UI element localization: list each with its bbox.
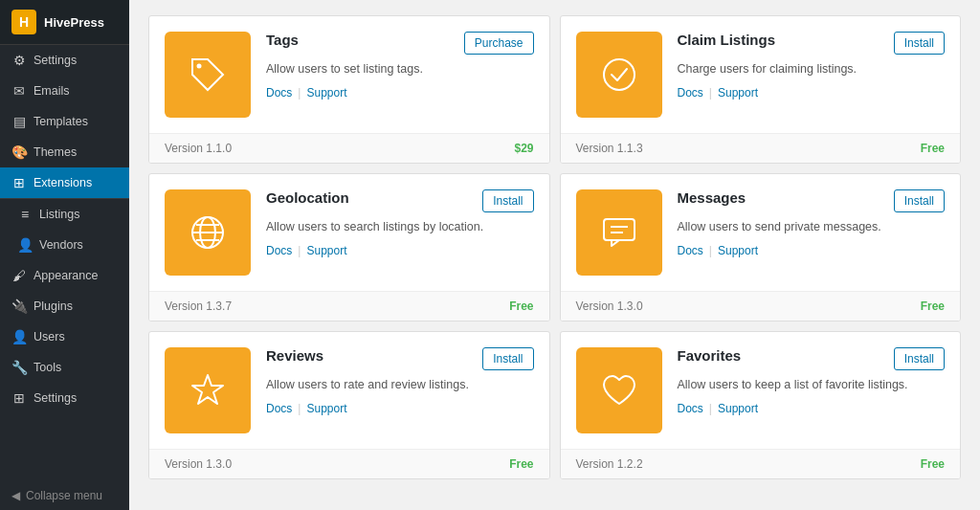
ext-docs-link-favorites[interactable]: Docs: [678, 402, 703, 415]
ext-support-link-favorites[interactable]: Support: [718, 402, 758, 415]
listings-icon: ≡: [17, 207, 33, 222]
ext-card-geolocation: Geolocation Install Allow users to searc…: [148, 173, 550, 322]
ext-version-messages: Version 1.3.0: [576, 299, 643, 313]
ext-support-link-reviews[interactable]: Support: [306, 402, 346, 415]
ext-icon-favorites: [576, 347, 662, 433]
ext-header-messages: Messages Install: [678, 189, 946, 212]
ext-desc-messages: Allow users to send private messages.: [678, 218, 946, 236]
ext-docs-link-reviews[interactable]: Docs: [266, 402, 292, 415]
ext-support-link-tags[interactable]: Support: [306, 86, 346, 100]
ext-desc-geolocation: Allow users to search listings by locati…: [266, 218, 534, 236]
ext-card-top-geolocation: Geolocation Install Allow users to searc…: [149, 174, 549, 291]
sidebar-label-templates: Templates: [33, 115, 88, 128]
ext-card-footer-claim-listings: Version 1.1.3 Free: [561, 133, 961, 163]
ext-info-claim-listings: Claim Listings Install Charge users for …: [678, 32, 946, 118]
sidebar-label-tools: Tools: [33, 361, 61, 374]
emails-icon: ✉: [11, 83, 27, 99]
ext-links-favorites: Docs | Support: [678, 402, 946, 415]
ext-card-footer-geolocation: Version 1.3.7 Free: [149, 291, 549, 321]
sidebar-item-themes[interactable]: 🎨Themes: [0, 137, 129, 167]
ext-links-reviews: Docs | Support: [266, 402, 534, 415]
sidebar-label-listings: Listings: [39, 208, 79, 221]
ext-card-top-favorites: Favorites Install Allow users to keep a …: [561, 332, 961, 449]
ext-price-geolocation: Free: [509, 299, 533, 313]
ext-price-tags: $29: [514, 142, 533, 155]
sidebar-item-settings[interactable]: ⚙Settings: [0, 45, 129, 76]
sidebar-item-users[interactable]: 👤Users: [0, 322, 129, 352]
ext-version-claim-listings: Version 1.1.3: [576, 142, 643, 155]
ext-title-messages: Messages: [678, 189, 746, 206]
ext-version-reviews: Version 1.3.0: [165, 457, 232, 471]
sidebar-item-settings2[interactable]: ⊞Settings: [0, 383, 129, 413]
ext-icon-geolocation: [165, 189, 251, 276]
ext-title-geolocation: Geolocation: [266, 189, 349, 206]
ext-support-link-claim-listings[interactable]: Support: [718, 86, 758, 100]
ext-sep-messages: |: [709, 244, 712, 257]
ext-price-messages: Free: [921, 299, 945, 313]
sidebar-label-vendors: Vendors: [39, 238, 83, 252]
ext-install-button-geolocation[interactable]: Install: [482, 189, 533, 212]
ext-header-claim-listings: Claim Listings Install: [678, 32, 946, 55]
ext-card-reviews: Reviews Install Allow users to rate and …: [148, 331, 550, 479]
svg-marker-10: [192, 375, 223, 404]
sidebar-item-extensions[interactable]: ⊞Extensions: [0, 167, 129, 198]
ext-card-top-reviews: Reviews Install Allow users to rate and …: [149, 332, 549, 449]
ext-sep-claim-listings: |: [709, 86, 712, 100]
sidebar-item-plugins[interactable]: 🔌Plugins: [0, 291, 129, 322]
ext-card-top-messages: Messages Install Allow users to send pri…: [561, 174, 961, 291]
users-icon: 👤: [11, 329, 27, 344]
ext-support-link-messages[interactable]: Support: [718, 244, 758, 257]
ext-header-reviews: Reviews Install: [266, 347, 534, 370]
ext-price-claim-listings: Free: [921, 142, 945, 155]
sidebar-item-appearance[interactable]: 🖌Appearance: [0, 260, 129, 291]
ext-card-messages: Messages Install Allow users to send pri…: [560, 173, 962, 322]
ext-price-favorites: Free: [921, 457, 945, 471]
ext-icon-tags: [165, 32, 251, 118]
ext-card-footer-tags: Version 1.1.0 $29: [149, 133, 549, 163]
collapse-label: Collapse menu: [26, 489, 102, 502]
ext-version-favorites: Version 1.2.2: [576, 457, 643, 471]
collapse-menu[interactable]: ◀ Collapse menu: [0, 481, 129, 510]
ext-docs-link-geolocation[interactable]: Docs: [266, 244, 292, 257]
svg-rect-7: [604, 219, 635, 240]
sidebar-label-settings2: Settings: [33, 391, 77, 405]
ext-desc-claim-listings: Charge users for claiming listings.: [678, 60, 946, 78]
ext-links-claim-listings: Docs | Support: [678, 86, 946, 100]
sidebar-item-vendors[interactable]: 👤Vendors: [0, 230, 129, 260]
sidebar-label-settings: Settings: [33, 54, 77, 67]
sidebar-label-users: Users: [33, 330, 65, 344]
ext-card-top-tags: Tags Purchase Allow users to set listing…: [149, 16, 549, 133]
brand-icon: H: [11, 10, 36, 34]
ext-card-top-claim-listings: Claim Listings Install Charge users for …: [561, 16, 961, 133]
ext-install-button-claim-listings[interactable]: Install: [894, 32, 945, 55]
ext-header-geolocation: Geolocation Install: [266, 189, 534, 212]
ext-desc-reviews: Allow users to rate and review listings.: [266, 376, 534, 394]
sidebar-label-plugins: Plugins: [33, 299, 73, 313]
sidebar-label-appearance: Appearance: [33, 269, 98, 282]
ext-card-claim-listings: Claim Listings Install Charge users for …: [560, 15, 962, 164]
sidebar-item-tools[interactable]: 🔧Tools: [0, 352, 129, 383]
brand[interactable]: H HivePress: [0, 0, 129, 45]
ext-docs-link-claim-listings[interactable]: Docs: [678, 86, 703, 100]
ext-install-button-messages[interactable]: Install: [894, 189, 945, 212]
ext-docs-link-messages[interactable]: Docs: [678, 244, 703, 257]
ext-sep-reviews: |: [298, 402, 301, 415]
ext-links-messages: Docs | Support: [678, 244, 946, 257]
ext-desc-favorites: Allow users to keep a list of favorite l…: [678, 376, 946, 394]
sidebar-item-templates[interactable]: ▤Templates: [0, 106, 129, 137]
sidebar-item-listings[interactable]: ≡Listings: [0, 199, 129, 230]
sidebar-item-emails[interactable]: ✉Emails: [0, 76, 129, 106]
ext-install-button-reviews[interactable]: Install: [482, 347, 533, 370]
ext-install-button-favorites[interactable]: Install: [894, 347, 945, 370]
ext-card-footer-favorites: Version 1.2.2 Free: [561, 449, 961, 478]
ext-sep-favorites: |: [709, 402, 712, 415]
ext-card-tags: Tags Purchase Allow users to set listing…: [148, 15, 550, 164]
ext-docs-link-tags[interactable]: Docs: [266, 86, 292, 100]
themes-icon: 🎨: [11, 144, 27, 160]
ext-header-favorites: Favorites Install: [678, 347, 946, 370]
tools-icon: 🔧: [11, 360, 27, 375]
ext-icon-claim-listings: [576, 32, 662, 118]
ext-purchase-button-tags[interactable]: Purchase: [464, 32, 534, 55]
ext-support-link-geolocation[interactable]: Support: [306, 244, 346, 257]
ext-desc-tags: Allow users to set listing tags.: [266, 60, 534, 78]
